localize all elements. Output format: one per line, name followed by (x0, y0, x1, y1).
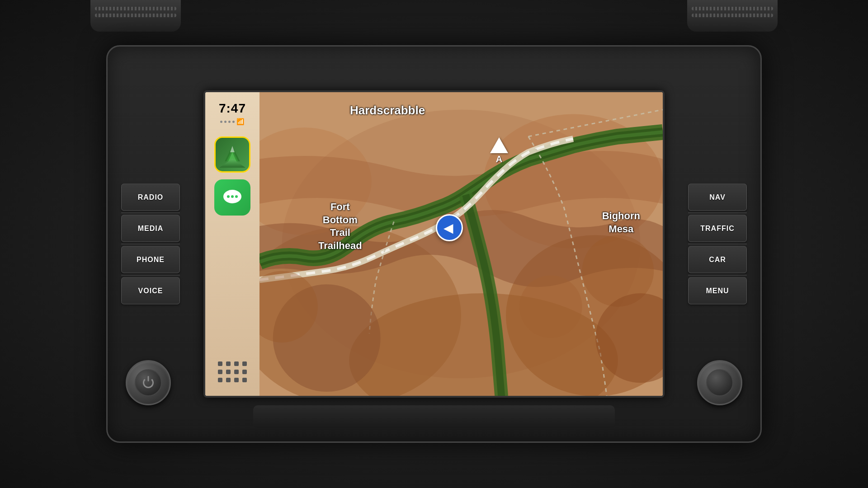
traffic-button[interactable]: TRAFFIC (688, 215, 747, 242)
svg-point-10 (235, 195, 238, 198)
grid-dot (226, 370, 231, 374)
status-bar: 7:47 📶 (219, 101, 246, 125)
signal-dot-2 (224, 121, 226, 123)
signal-dot-1 (220, 121, 222, 123)
voice-button[interactable]: VOICE (121, 277, 180, 305)
svg-point-9 (231, 195, 234, 198)
car-unit: RADIO MEDIA PHONE VOICE 7:47 (0, 0, 868, 488)
radio-button[interactable]: RADIO (121, 184, 180, 211)
power-knob-left[interactable] (126, 360, 171, 405)
triangle-marker: A (490, 137, 508, 164)
nav-marker (436, 214, 463, 241)
nav-arrow-icon (436, 214, 463, 241)
carplay-screen: 7:47 📶 (205, 92, 663, 396)
time-display: 7:47 (219, 101, 246, 116)
grid-dot (234, 378, 239, 382)
main-panel: RADIO MEDIA PHONE VOICE 7:47 (106, 45, 762, 443)
grid-dot (242, 378, 247, 382)
knob-inner-right (706, 369, 733, 396)
app-icon-maps[interactable] (214, 136, 250, 173)
knob-body-left (126, 360, 171, 405)
grid-dot (226, 378, 231, 382)
app-grid-button[interactable] (213, 357, 251, 387)
triangle-label: A (490, 154, 508, 164)
triangle-icon (490, 137, 508, 153)
right-button-panel: NAV TRAFFIC CAR MENU (688, 184, 747, 305)
knob-body-right (697, 360, 742, 405)
grid-dot (218, 378, 222, 382)
divider-r3 (688, 275, 747, 276)
signal-dot-4 (232, 121, 235, 123)
grid-dot (242, 370, 247, 374)
signal-dot-3 (228, 121, 231, 123)
menu-button[interactable]: MENU (688, 277, 747, 305)
divider-3 (121, 275, 180, 276)
grid-dot (218, 370, 222, 374)
status-icons: 📶 (220, 118, 244, 125)
media-button[interactable]: MEDIA (121, 215, 180, 242)
knob-inner-left (135, 369, 162, 396)
phone-button[interactable]: PHONE (121, 246, 180, 273)
wifi-icon: 📶 (236, 118, 244, 125)
nav-button[interactable]: NAV (688, 184, 747, 211)
vent-left (90, 0, 181, 32)
terrain-svg (259, 92, 663, 396)
grid-dot (234, 370, 239, 374)
map-area[interactable]: Hardscrabble A FortBottomTrailTrailhead (259, 92, 663, 396)
bottom-strip (253, 405, 615, 428)
grid-dot (218, 361, 222, 366)
left-button-panel: RADIO MEDIA PHONE VOICE (121, 184, 180, 305)
divider-r2 (688, 244, 747, 244)
app-icon-messages[interactable] (214, 179, 250, 216)
vent-right (687, 0, 778, 32)
display-screen: 7:47 📶 (203, 90, 665, 398)
svg-point-8 (227, 195, 230, 198)
svg-point-20 (519, 275, 582, 338)
grid-dot (242, 361, 247, 366)
carplay-sidebar: 7:47 📶 (205, 92, 259, 396)
car-button[interactable]: CAR (688, 246, 747, 273)
divider-r1 (688, 213, 747, 213)
grid-dot (226, 361, 231, 366)
divider-2 (121, 244, 180, 244)
map-background: Hardscrabble A FortBottomTrailTrailhead (259, 92, 663, 396)
power-icon-left (143, 377, 154, 388)
volume-knob-right[interactable] (697, 360, 742, 405)
grid-dot (234, 361, 239, 366)
divider-1 (121, 213, 180, 213)
